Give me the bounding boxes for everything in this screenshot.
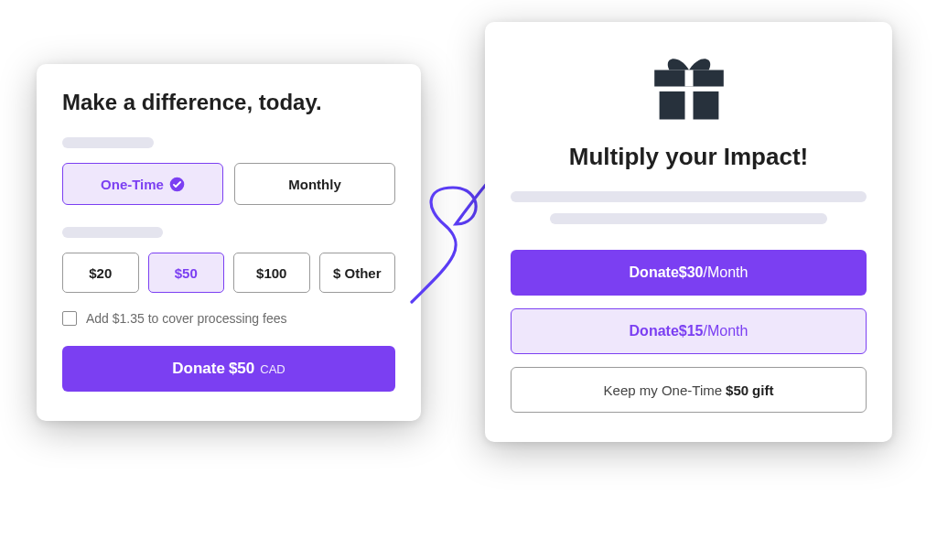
- skeleton-line: [62, 227, 163, 238]
- amount-option-20[interactable]: $20: [62, 253, 139, 293]
- svg-rect-4: [684, 70, 693, 87]
- amount-option-other[interactable]: $ Other: [319, 253, 396, 293]
- gift-icon: [648, 55, 730, 126]
- donation-form-card: Make a difference, today. One-Time Month…: [37, 64, 421, 421]
- donate-amount: $50: [229, 360, 254, 378]
- donation-title: Make a difference, today.: [62, 90, 395, 115]
- upsell-prefix: Donate: [630, 264, 679, 281]
- cover-fees-row: Add $1.35 to cover processing fees: [62, 311, 395, 326]
- upsell-amount: $30: [679, 264, 704, 281]
- upsell-prefix: Donate: [630, 323, 679, 339]
- keep-prefix: Keep my One-Time: [604, 382, 723, 398]
- keep-amount: $50: [726, 382, 749, 398]
- donate-submit-button[interactable]: Donate $50 CAD: [62, 346, 395, 392]
- frequency-label: One-Time: [101, 177, 164, 192]
- skeleton-line: [550, 213, 827, 224]
- keep-suffix: gift: [752, 382, 773, 398]
- frequency-option-onetime[interactable]: One-Time: [62, 163, 223, 205]
- upsell-option-15[interactable]: Donate $15 /Month: [511, 308, 867, 354]
- skeleton-line: [62, 137, 154, 148]
- upsell-card: Multiply your Impact! Donate $30 /Month …: [485, 22, 892, 442]
- donate-prefix: Donate: [172, 360, 225, 378]
- upsell-option-30[interactable]: Donate $30 /Month: [511, 250, 867, 296]
- check-circle-icon: [169, 177, 185, 192]
- upsell-amount: $15: [679, 323, 704, 339]
- frequency-option-monthly[interactable]: Monthly: [234, 163, 395, 205]
- cover-fees-label: Add $1.35 to cover processing fees: [86, 311, 286, 326]
- frequency-selector: One-Time Monthly: [62, 163, 395, 205]
- svg-rect-2: [659, 92, 684, 120]
- cover-fees-checkbox[interactable]: [62, 311, 77, 326]
- amount-option-50[interactable]: $50: [148, 253, 225, 293]
- amount-selector: $20 $50 $100 $ Other: [62, 253, 395, 293]
- keep-onetime-button[interactable]: Keep my One-Time $50 gift: [511, 367, 867, 413]
- upsell-suffix: /Month: [704, 264, 749, 281]
- upsell-title: Multiply your Impact!: [569, 143, 808, 171]
- svg-rect-3: [693, 92, 718, 120]
- frequency-label: Monthly: [288, 177, 341, 192]
- donate-currency: CAD: [260, 362, 285, 376]
- skeleton-line: [511, 191, 867, 202]
- amount-option-100[interactable]: $100: [233, 253, 310, 293]
- upsell-suffix: /Month: [704, 323, 749, 339]
